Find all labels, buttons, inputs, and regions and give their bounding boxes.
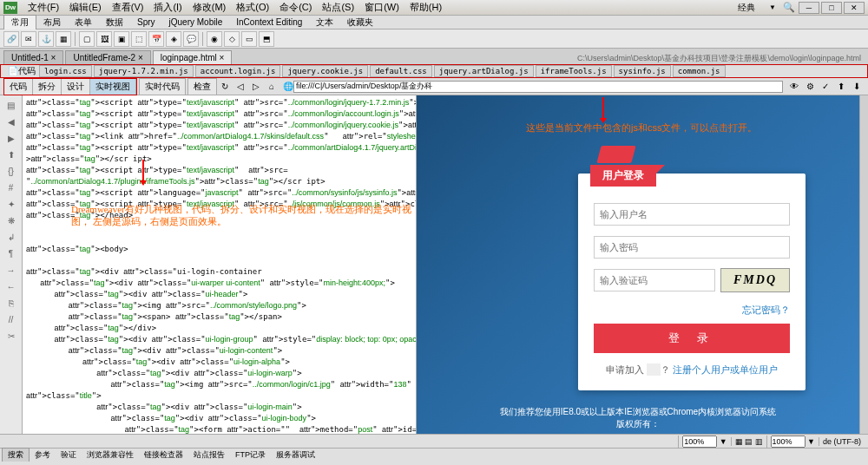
ssi-icon[interactable]: ◈ (166, 31, 181, 47)
insert-tab-incontext[interactable]: InContext Editing (229, 16, 309, 28)
related-file[interactable]: common.js (673, 65, 726, 77)
expand-icon[interactable]: ▶ (3, 130, 19, 146)
widget-icon[interactable]: ⬚ (131, 31, 147, 47)
maximize-button[interactable]: □ (821, 2, 842, 14)
zoom-control[interactable]: ▼ (678, 436, 730, 448)
btab-site-reports[interactable]: 站点报告 (188, 449, 230, 462)
minimize-button[interactable]: ─ (799, 2, 819, 14)
related-file[interactable]: jquery-1.7.2.min.js (94, 65, 194, 77)
menu-view[interactable]: 查看(V) (107, 0, 149, 15)
doc-tab-loginpage[interactable]: loginpage.html × (153, 50, 233, 64)
home-icon[interactable]: ⌂ (265, 80, 279, 94)
related-file[interactable]: default.css (370, 65, 432, 77)
anchor-icon[interactable]: ⚓ (38, 31, 54, 47)
menu-insert[interactable]: 插入(I) (148, 0, 187, 15)
menu-modify[interactable]: 修改(M) (187, 0, 232, 15)
validate-icon[interactable]: ✓ (819, 80, 832, 94)
download-icon[interactable]: ⬇ (850, 80, 864, 94)
btab-search[interactable]: 搜索 (2, 448, 30, 462)
workspace-label[interactable]: 经典 (731, 2, 762, 14)
email-icon[interactable]: ✉ (21, 31, 36, 47)
hidden-chars-icon[interactable]: ¶ (3, 246, 19, 261)
code-editor[interactable]: attr">class="tag"><script attr">type="te… (23, 95, 416, 434)
view-split-button[interactable]: 拆分 (33, 79, 62, 95)
btab-browser-compat[interactable]: 浏览器兼容性 (82, 449, 139, 462)
close-icon[interactable]: × (138, 53, 143, 62)
related-file[interactable]: jquery.cookie.js (282, 65, 368, 77)
insert-tab-text[interactable]: 文本 (309, 16, 340, 29)
related-file[interactable]: jquery.artDialog.js (434, 65, 534, 77)
btab-server-debug[interactable]: 服务器调试 (271, 449, 320, 462)
view-code-button[interactable]: 代码 (4, 79, 33, 95)
syntax-icon[interactable]: ❋ (3, 213, 19, 228)
btab-link-checker[interactable]: 链接检查器 (139, 449, 188, 462)
close-button[interactable]: ✕ (844, 2, 865, 14)
highlight-icon[interactable]: ✦ (3, 196, 19, 212)
related-file[interactable]: login.css (39, 65, 92, 77)
refresh-icon[interactable]: ↻ (218, 80, 232, 94)
insert-tab-favorites[interactable]: 收藏夹 (340, 16, 380, 29)
nav-back-icon[interactable]: ◁ (233, 80, 247, 94)
menu-site[interactable]: 站点(S) (317, 0, 359, 15)
date-icon[interactable]: 📅 (148, 31, 164, 47)
menu-window[interactable]: 窗口(W) (359, 0, 404, 15)
search-icon[interactable]: 🔍 (783, 2, 795, 13)
options-icon[interactable]: ⚙ (803, 80, 817, 94)
doc-tab-untitled1[interactable]: Untitled-1 × (3, 50, 63, 64)
insert-tab-common[interactable]: 常用 (3, 15, 36, 29)
login-button[interactable]: 登 录 (594, 324, 790, 353)
username-input[interactable] (594, 203, 790, 226)
insert-tab-layout[interactable]: 布局 (36, 16, 68, 29)
select-parent-icon[interactable]: ⬆ (3, 147, 19, 162)
doc-tab-untitledframe2[interactable]: UntitledFrame-2 × (65, 50, 150, 64)
inspect-button[interactable]: 检查 (187, 78, 217, 95)
btab-reference[interactable]: 参考 (30, 449, 56, 462)
outdent-icon[interactable]: ← (3, 278, 19, 294)
menu-edit[interactable]: 编辑(E) (64, 0, 107, 15)
upload-icon[interactable]: ⬆ (834, 80, 848, 94)
nav-fwd-icon[interactable]: ▷ (249, 80, 263, 94)
tag-icon[interactable]: ⬒ (259, 31, 274, 47)
indent-icon[interactable]: → (3, 262, 19, 278)
hyperlink-icon[interactable]: 🔗 (3, 31, 19, 47)
forgot-password-link[interactable]: 忘记密码？ (742, 305, 790, 315)
menu-file[interactable]: 文件(F) (23, 0, 64, 15)
comment-icon[interactable]: 💬 (183, 31, 199, 47)
snippet-icon[interactable]: ✂ (3, 328, 19, 344)
insert-tab-jquery[interactable]: jQuery Mobile (162, 16, 230, 28)
password-input[interactable] (594, 236, 790, 259)
format-icon[interactable]: ⎘ (3, 295, 19, 311)
related-file[interactable]: iframeTools.js (536, 65, 612, 77)
menu-help[interactable]: 帮助(H) (404, 0, 447, 15)
insert-tab-spry[interactable]: Spry (130, 16, 162, 28)
table-icon[interactable]: ▦ (56, 31, 71, 47)
insert-tab-data[interactable]: 数据 (99, 16, 130, 29)
code-view-pane[interactable]: attr">class="tag"><script attr">type="te… (23, 95, 417, 434)
line-numbers-icon[interactable]: # (3, 180, 19, 195)
zoom-control-2[interactable]: ▼ (766, 436, 819, 448)
image-icon[interactable]: 🖼 (96, 31, 112, 47)
related-file[interactable]: account.login.js (195, 65, 281, 77)
script-icon[interactable]: ◇ (224, 31, 240, 47)
comment-code-icon[interactable]: // (3, 311, 19, 327)
related-file[interactable]: sysinfo.js (614, 65, 671, 77)
url-input[interactable] (293, 81, 783, 93)
view-live-button[interactable]: 实时视图 (90, 79, 136, 95)
register-link[interactable]: 注册个人用户或单位用户 (673, 364, 778, 375)
open-docs-icon[interactable]: ▤ (3, 97, 19, 113)
insert-tab-forms[interactable]: 表单 (68, 16, 99, 29)
menu-commands[interactable]: 命令(C) (274, 0, 317, 15)
live-code-button[interactable]: 实时代码 (139, 78, 186, 95)
view-icons[interactable]: ▦ ▤ ▥ (731, 437, 766, 446)
view-design-button[interactable]: 设计 (62, 79, 90, 95)
live-view-pane[interactable]: 这些是当前文件中包含的js和css文件，可以点击打开。 用户登录 FMDQ 忘记… (417, 95, 859, 434)
template-icon[interactable]: ▭ (241, 31, 257, 47)
menu-format[interactable]: 格式(O) (231, 0, 274, 15)
btab-ftp-log[interactable]: FTP记录 (230, 449, 271, 462)
preview-icon[interactable]: 👁 (787, 80, 801, 94)
close-icon[interactable]: × (51, 53, 56, 62)
chevron-down-icon[interactable]: ▼ (769, 3, 776, 11)
head-icon[interactable]: ◉ (207, 31, 222, 47)
balance-braces-icon[interactable]: {} (3, 163, 19, 179)
btab-validate[interactable]: 验证 (56, 449, 82, 462)
